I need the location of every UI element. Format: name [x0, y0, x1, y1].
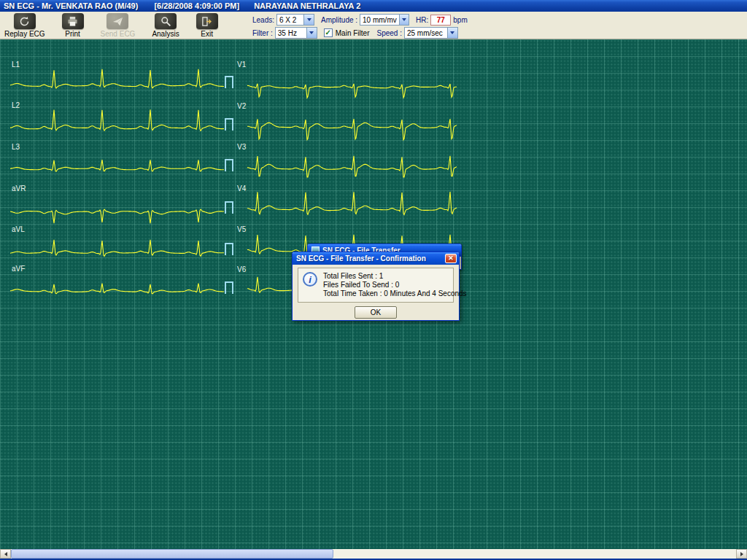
toolbar-buttons: Replay ECGPrintSend ECGAnalysisExit	[1, 12, 221, 39]
ecg-display: L1L2L3aVRaVLaVFV1V2V3V4V5V6 SN ECG - Fil…	[0, 39, 747, 549]
svg-text:V2: V2	[237, 102, 247, 110]
horizontal-scrollbar[interactable]	[0, 549, 747, 559]
svg-text:aVF: aVF	[12, 265, 25, 273]
main-filter-checkbox[interactable]	[324, 28, 333, 37]
toolbar-button-label: Analysis	[152, 30, 179, 38]
amplitude-label: Amplitude :	[321, 16, 357, 24]
leads-select[interactable]: 6 X 2	[276, 14, 314, 26]
toolbar-controls-row-2: Filter : 35 Hz Main Filter Speed : 25 mm…	[252, 27, 470, 39]
dialog-message-line: Files Failed To Send : 0	[323, 281, 467, 289]
window-titlebar: SN ECG - Mr. VENKATA RAO (M/49) [6/28/20…	[0, 0, 747, 12]
analysis-icon	[155, 13, 177, 29]
send-ecg-button: Send ECG	[98, 12, 139, 39]
scroll-right-button[interactable]	[736, 549, 747, 559]
dialog-title: SN ECG - File Transfer - Confirmation	[296, 254, 426, 262]
dialog-body: Total Files Sent : 1Files Failed To Send…	[293, 265, 459, 319]
toolbar: Replay ECGPrintSend ECGAnalysisExit Lead…	[0, 12, 747, 39]
scroll-left-button[interactable]	[0, 549, 11, 559]
svg-text:V3: V3	[237, 143, 247, 151]
print-button[interactable]: Print	[59, 12, 87, 39]
dialog-message-lines: Total Files Sent : 1Files Failed To Send…	[323, 272, 467, 298]
dialog-message-box: Total Files Sent : 1Files Failed To Send…	[298, 268, 454, 303]
chevron-down-icon	[447, 28, 457, 38]
toolbar-controls: Leads: 6 X 2 Amplitude : 10 mm/mv HR: 77…	[252, 14, 470, 40]
print-icon	[62, 13, 84, 29]
hr-unit-label: bpm	[453, 16, 467, 24]
hr-label: HR:	[416, 16, 428, 24]
replay-icon	[14, 13, 36, 29]
toolbar-button-label: Replay ECG	[4, 30, 45, 38]
svg-text:aVR: aVR	[12, 184, 26, 192]
application-window: SN ECG - Mr. VENKATA RAO (M/49) [6/28/20…	[0, 0, 747, 560]
toolbar-controls-row-1: Leads: 6 X 2 Amplitude : 10 mm/mv HR: 77…	[252, 14, 470, 26]
scrollbar-thumb[interactable]	[11, 549, 333, 559]
arrow-left-icon	[4, 552, 7, 556]
exit-button[interactable]: Exit	[193, 12, 221, 39]
chevron-down-icon	[303, 15, 314, 25]
replay-ecg-button[interactable]: Replay ECG	[1, 12, 48, 39]
exit-icon	[196, 13, 218, 29]
ok-button[interactable]: OK	[355, 306, 397, 319]
leads-select-value: 6 X 2	[277, 16, 303, 24]
close-icon[interactable]	[445, 254, 457, 263]
chevron-down-icon	[306, 28, 317, 38]
amplitude-select-value: 10 mm/mv	[360, 16, 399, 24]
svg-text:aVL: aVL	[12, 225, 25, 233]
dialog-message-line: Total Files Sent : 1	[323, 272, 467, 281]
titlebar-center-name: NARAYANA NETHRALAYA 2	[254, 1, 360, 10]
toolbar-button-label: Exit	[201, 30, 213, 38]
dialog-message-line: Total Time Taken : 0 Minutes And 4 Secon…	[323, 289, 467, 298]
titlebar-datetime: [6/28/2008 4:09:00 PM]	[154, 1, 239, 10]
heart-rate-value: 77	[430, 15, 451, 26]
arrow-right-icon	[740, 552, 743, 556]
svg-text:V6: V6	[237, 265, 247, 273]
analysis-button[interactable]: Analysis	[149, 12, 182, 39]
filter-select[interactable]: 35 Hz	[275, 27, 317, 39]
toolbar-button-label: Send ECG	[101, 30, 136, 38]
info-icon	[303, 272, 317, 287]
speed-select-value: 25 mm/sec	[405, 29, 447, 37]
dialog-titlebar[interactable]: SN ECG - File Transfer - Confirmation	[293, 252, 459, 265]
amplitude-select[interactable]: 10 mm/mv	[360, 14, 409, 26]
file-transfer-confirmation-dialog: SN ECG - File Transfer - Confirmation To…	[292, 252, 460, 321]
window-title: SN ECG - Mr. VENKATA RAO (M/49)	[4, 1, 138, 10]
svg-text:V4: V4	[237, 184, 247, 192]
main-filter-label: Main Filter	[336, 29, 370, 37]
speed-label: Speed :	[376, 29, 401, 37]
toolbar-button-label: Print	[65, 30, 80, 38]
svg-text:L2: L2	[12, 101, 20, 109]
svg-text:V1: V1	[237, 61, 247, 69]
filter-label: Filter :	[252, 29, 273, 37]
scrollbar-track[interactable]	[11, 549, 736, 559]
filter-select-value: 35 Hz	[276, 29, 306, 37]
svg-text:V5: V5	[237, 225, 247, 233]
svg-text:L3: L3	[12, 143, 20, 151]
send-icon	[107, 13, 128, 29]
speed-select[interactable]: 25 mm/sec	[404, 27, 458, 39]
leads-label: Leads:	[252, 16, 274, 24]
chevron-down-icon	[399, 15, 409, 25]
svg-text:L1: L1	[12, 61, 20, 69]
